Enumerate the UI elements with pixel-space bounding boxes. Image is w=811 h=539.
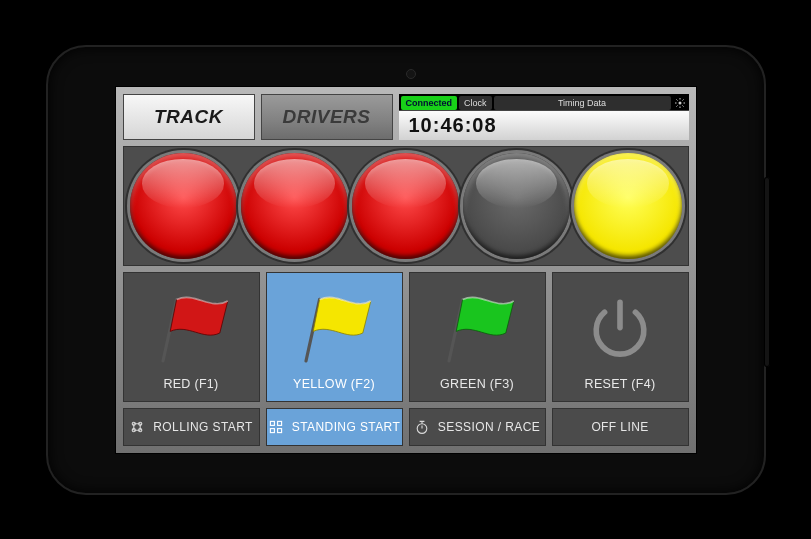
svg-rect-6 <box>277 421 281 425</box>
standing-start-button[interactable]: STANDING START <box>266 408 403 446</box>
status-strip: Connected Clock Timing Data <box>399 94 689 110</box>
status-connected: Connected <box>401 96 458 110</box>
reset-label: RESET (F4) <box>585 377 656 391</box>
flag-green-button[interactable]: GREEN (F3) <box>409 272 546 402</box>
clock-display: 10:46:08 <box>399 110 689 140</box>
svg-rect-5 <box>270 421 274 425</box>
svg-rect-8 <box>277 428 281 432</box>
flag-red-label: RED (F1) <box>163 377 218 391</box>
flag-yellow-label: YELLOW (F2) <box>293 377 375 391</box>
rolling-icon <box>129 419 145 435</box>
flag-yellow-button[interactable]: YELLOW (F2) <box>266 272 403 402</box>
offline-label: OFF LINE <box>591 420 648 434</box>
svg-point-0 <box>678 101 681 104</box>
power-icon <box>557 281 684 377</box>
standing-label: STANDING START <box>292 420 400 434</box>
start-lights <box>123 146 689 266</box>
red-flag-icon <box>128 281 255 377</box>
gear-icon[interactable] <box>673 96 687 110</box>
session-race-button[interactable]: SESSION / RACE <box>409 408 546 446</box>
flag-green-label: GREEN (F3) <box>440 377 514 391</box>
tab-track[interactable]: TRACK <box>123 94 255 140</box>
reset-button[interactable]: RESET (F4) <box>552 272 689 402</box>
standing-icon <box>268 419 284 435</box>
light-2[interactable] <box>241 153 348 259</box>
stopwatch-icon <box>414 419 430 435</box>
yellow-flag-icon <box>271 281 398 377</box>
session-label: SESSION / RACE <box>438 420 540 434</box>
green-flag-icon <box>414 281 541 377</box>
tablet-frame: TRACK DRIVERS Connected Clock Timing Dat… <box>46 45 766 495</box>
status-timing-chip: Timing Data <box>494 96 671 110</box>
flag-row: RED (F1) YELLOW (F2) <box>123 272 689 402</box>
rolling-label: ROLLING START <box>153 420 252 434</box>
header-row: TRACK DRIVERS Connected Clock Timing Dat… <box>123 94 689 140</box>
light-1[interactable] <box>130 153 237 259</box>
rolling-start-button[interactable]: ROLLING START <box>123 408 260 446</box>
bottom-row: ROLLING START STANDING START SESSION <box>123 408 689 446</box>
svg-rect-7 <box>270 428 274 432</box>
light-4[interactable] <box>463 153 570 259</box>
light-5[interactable] <box>574 153 681 259</box>
light-3[interactable] <box>352 153 459 259</box>
app-screen: TRACK DRIVERS Connected Clock Timing Dat… <box>115 86 697 454</box>
status-clock-chip: Clock <box>459 96 492 110</box>
offline-button[interactable]: OFF LINE <box>552 408 689 446</box>
flag-red-button[interactable]: RED (F1) <box>123 272 260 402</box>
tab-drivers[interactable]: DRIVERS <box>261 94 393 140</box>
header-right: Connected Clock Timing Data 10:46:08 <box>399 94 689 140</box>
